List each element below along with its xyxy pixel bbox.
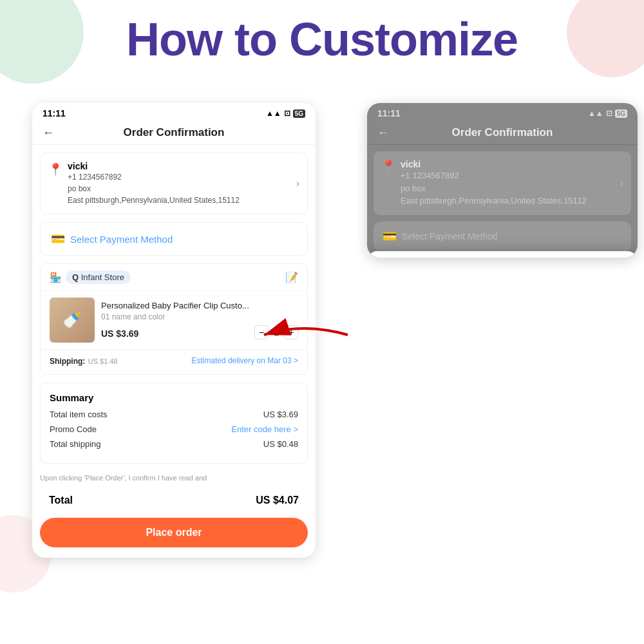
place-order-button[interactable]: Place order: [40, 518, 308, 547]
summary-title-left: Summary: [50, 392, 298, 403]
status-icons-left: ▲▲ ⊡ 5G: [266, 109, 305, 118]
red-arrow-annotation: [251, 316, 354, 354]
address-arrow-left: ›: [296, 178, 299, 189]
address-content-left: vicki +1 1234567892 po box East pittsbur…: [68, 161, 291, 206]
shipping-delivery-left[interactable]: Estimated delivery on Mar 03 >: [191, 356, 298, 365]
summary-item-value: US $3.69: [263, 410, 298, 419]
wifi-icon-right: ⊡: [606, 109, 612, 118]
address-content-right: vicki +1 1234567892 po box East pittsbur…: [401, 159, 587, 207]
status-bar-right: 11:11 ▲▲ ⊡ 5G: [367, 103, 638, 121]
summary-row-items: Total item costs US $3.69: [50, 410, 298, 419]
signal-icon-right: ▲▲: [588, 109, 603, 118]
disclaimer-text-left: Upon clicking 'Place Order', I confirm I…: [40, 471, 308, 484]
payment-section-right: 💳 Select Payment Method: [374, 222, 631, 251]
product-image-inner: 🍼: [50, 298, 95, 343]
summary-item-label: Total item costs: [50, 410, 108, 419]
status-icons-right: ▲▲ ⊡ 5G: [588, 109, 627, 118]
store-name-wrap: 🏪 Q Infant Store: [50, 270, 131, 284]
payment-text-left: Select Payment Method: [70, 234, 173, 245]
item-remarks-modal: Item remarks × Baby name and color e.g. …: [367, 251, 638, 258]
store-icon-left: 🏪: [50, 272, 62, 283]
time-right: 11:11: [377, 108, 401, 118]
summary-section-left: Summary Total item costs US $3.69 Promo …: [40, 383, 308, 464]
address-street-left: po box: [68, 183, 291, 194]
store-header-left: 🏪 Q Infant Store 📝: [41, 264, 307, 291]
shipping-cost-left: US $1.48: [88, 357, 118, 365]
summary-shipping-label: Total shipping: [50, 439, 101, 449]
modal-header: Item remarks ×: [367, 251, 638, 258]
total-row-left: Total US $4.07: [40, 487, 308, 514]
address-street-right: po box: [401, 182, 587, 195]
summary-promo-value[interactable]: Enter code here >: [231, 424, 298, 434]
address-section-right: 📍 vicki +1 1234567892 po box East pittsb…: [374, 151, 631, 215]
address-city-right: East pittsburgh,Pennsylvania,United Stat…: [401, 194, 587, 207]
network-icon: 5G: [293, 109, 305, 118]
shipping-flex-left: Shipping: US $1.48 Estimated delivery on…: [50, 355, 298, 366]
summary-row-promo: Promo Code Enter code here >: [50, 424, 298, 434]
address-name-right: vicki: [401, 159, 587, 169]
product-name-left: Personalized Baby Pacifier Clip Custo...: [101, 301, 298, 312]
address-phone-left: +1 1234567892: [68, 171, 291, 183]
location-icon-right: 📍: [381, 159, 395, 173]
product-image-left: 🍼: [50, 298, 95, 343]
summary-shipping-value: US $0.48: [263, 439, 298, 449]
page-title: How to Customize: [0, 13, 644, 66]
back-button-right: ←: [377, 126, 389, 140]
payment-icon-right: 💳: [383, 229, 397, 243]
product-price-left: US $3.69: [101, 328, 138, 339]
time-left: 11:11: [43, 108, 66, 118]
summary-row-shipping: Total shipping US $0.48: [50, 439, 298, 449]
address-phone-right: +1 1234567892: [401, 169, 587, 182]
signal-icon: ▲▲: [266, 109, 281, 118]
address-section-left[interactable]: 📍 vicki +1 1234567892 po box East pittsb…: [40, 153, 308, 214]
note-edit-icon-left[interactable]: 📝: [285, 271, 298, 283]
nav-bar-left: ← Order Confirmation: [32, 121, 316, 145]
payment-text-right: Select Payment Method: [402, 231, 498, 242]
payment-icon-left: 💳: [51, 232, 65, 246]
store-prefix: Q: [72, 272, 81, 282]
shipping-label-left: Shipping:: [50, 357, 85, 366]
location-icon-left: 📍: [48, 162, 62, 176]
address-arrow-right: ›: [620, 177, 623, 189]
total-label-left: Total: [49, 495, 73, 506]
wifi-icon: ⊡: [284, 109, 290, 118]
address-name-left: vicki: [68, 161, 291, 171]
store-badge-left[interactable]: Q Infant Store: [66, 270, 131, 284]
phone-right-bg: 11:11 ▲▲ ⊡ 5G ← Order Confirmation 📍 vic…: [367, 103, 638, 258]
order-confirmation-title-left: Order Confirmation: [124, 126, 225, 139]
back-button-left[interactable]: ←: [43, 126, 54, 140]
store-name: Infant Store: [81, 272, 124, 282]
status-bar-left: 11:11 ▲▲ ⊡ 5G: [32, 103, 316, 121]
address-city-left: East pittsburgh,Pennsylvania,United Stat…: [68, 194, 291, 206]
order-confirmation-title-right: Order Confirmation: [452, 126, 553, 139]
summary-promo-label: Promo Code: [50, 424, 97, 434]
total-value-left: US $4.07: [256, 495, 299, 506]
network-icon-right: 5G: [615, 109, 627, 118]
payment-section-left[interactable]: 💳 Select Payment Method: [40, 222, 308, 256]
nav-bar-right: ← Order Confirmation: [367, 121, 638, 145]
